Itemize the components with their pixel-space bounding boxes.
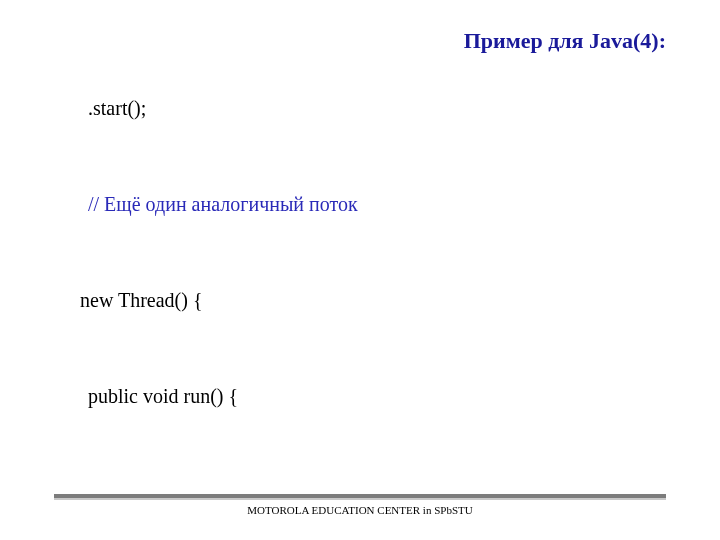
footer-divider — [54, 494, 666, 498]
footer-text: MOTOROLA EDUCATION CENTER in SPbSTU — [0, 504, 720, 516]
code-block: .start(); // Ещё один аналогичный поток … — [68, 28, 500, 540]
code-line: .start(); — [68, 92, 500, 124]
code-comment: // Ещё один аналогичный поток — [68, 188, 500, 220]
slide: Пример для Java(4): .start(); // Ещё оди… — [0, 0, 720, 540]
code-line: new Thread() { — [60, 284, 500, 316]
code-line: public void run() { — [68, 380, 500, 412]
